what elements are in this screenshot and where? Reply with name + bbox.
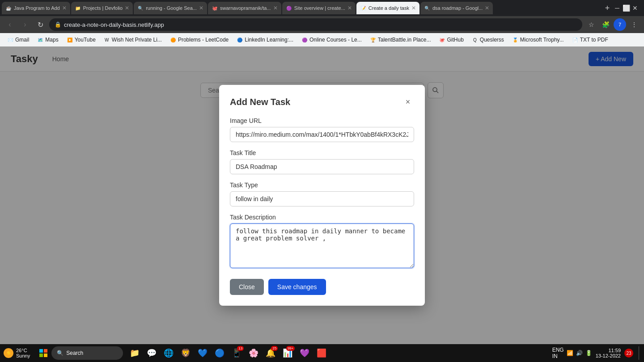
refresh-button[interactable]: ↻ bbox=[34, 18, 47, 31]
bookmark-label: Maps bbox=[45, 37, 58, 43]
search-label: Search bbox=[66, 350, 83, 356]
save-changes-button[interactable]: Save changes bbox=[268, 279, 326, 295]
tab-close-icon[interactable]: ✕ bbox=[62, 5, 67, 11]
taskbar-unknown3-icon[interactable]: 📊99+ bbox=[280, 345, 296, 361]
language-indicator: ENGIN bbox=[552, 347, 564, 359]
tab-tab4[interactable]: 🐙 swarnavopramanik/ta... ✕ bbox=[208, 2, 281, 14]
taskbar-brave-icon[interactable]: 🦁 bbox=[178, 345, 194, 361]
taskbar-unknown1-icon[interactable]: 🌸 bbox=[246, 345, 262, 361]
taskbar-whatsapp-icon[interactable]: 📱13 bbox=[229, 345, 245, 361]
bookmark-linkedin-learning----[interactable]: 🔵 LinkedIn Learning:... bbox=[233, 36, 297, 44]
bookmark-wish-net-private-li---[interactable]: W Wish Net Private Li... bbox=[100, 36, 165, 44]
battery-icon[interactable]: 🔋 bbox=[585, 350, 592, 356]
tab-favicon: 🔍 bbox=[137, 5, 144, 11]
tab-close-icon[interactable]: ✕ bbox=[485, 5, 489, 11]
weather-icon: ☀️ bbox=[4, 348, 13, 358]
date-display: 13-12-2022 bbox=[596, 353, 621, 358]
bookmark-favicon: 🔵 bbox=[237, 37, 243, 43]
tab-close-icon[interactable]: ✕ bbox=[199, 5, 203, 11]
image-url-input[interactable] bbox=[230, 127, 414, 142]
bookmark-label: TXT to PDF bbox=[580, 37, 608, 43]
condition: Sunny bbox=[16, 353, 30, 358]
menu-button[interactable]: ⋮ bbox=[628, 18, 640, 31]
tab-favicon: 📝 bbox=[360, 5, 366, 11]
search-icon: 🔍 bbox=[57, 350, 64, 356]
tab-title: Projects | Devfolio bbox=[83, 5, 123, 11]
back-button[interactable]: ‹ bbox=[4, 18, 16, 31]
taskbar-messenger-icon[interactable]: 💬 bbox=[144, 345, 160, 361]
bookmark-online-courses---le---[interactable]: 🟣 Online Courses - Le... bbox=[298, 36, 365, 44]
bookmark-label: Wish Net Private Li... bbox=[112, 37, 162, 43]
bookmark-favicon: W bbox=[104, 37, 110, 43]
tab-tab1[interactable]: ☕ Java Program to Add ✕ bbox=[2, 2, 70, 14]
close-button[interactable]: Close bbox=[230, 279, 264, 295]
tab-tab2[interactable]: 📁 Projects | Devfolio ✕ bbox=[71, 2, 133, 14]
tab-close-icon[interactable]: ✕ bbox=[411, 5, 416, 11]
tab-title: Create a daily task bbox=[369, 5, 409, 11]
image-url-group: Image URL bbox=[230, 117, 414, 142]
new-tab-button[interactable]: + bbox=[601, 2, 614, 14]
windows-logo bbox=[39, 349, 47, 357]
tab-title: dsa roadmap - Googl... bbox=[432, 5, 483, 11]
bookmark-queslerss[interactable]: Q Queslerss bbox=[468, 36, 508, 44]
tab-close-icon[interactable]: ✕ bbox=[273, 5, 278, 11]
bookmark-maps[interactable]: 🗺️ Maps bbox=[34, 36, 62, 44]
tab-favicon: ☕ bbox=[5, 5, 12, 11]
bookmark-problems---leetcode[interactable]: 🟠 Problems - LeetCode bbox=[166, 36, 232, 44]
modal-overlay[interactable]: Add New Task × Image URL Task Title Task… bbox=[0, 46, 644, 344]
bookmark-label: Problems - LeetCode bbox=[178, 37, 229, 43]
tab-tab7[interactable]: 🔍 dsa roadmap - Googl... ✕ bbox=[420, 2, 493, 14]
taskbar-office-icon[interactable]: 🟥 bbox=[314, 345, 330, 361]
bookmark-github[interactable]: 🐙 GitHub bbox=[435, 36, 467, 44]
close-button[interactable]: ✕ bbox=[631, 4, 639, 12]
tab-favicon: 🔍 bbox=[424, 5, 430, 11]
bookmark-txt-to-pdf[interactable]: 📄 TXT to PDF bbox=[568, 36, 612, 44]
tab-tab6[interactable]: 📝 Create a daily task ✕ bbox=[356, 2, 419, 14]
forward-button[interactable]: › bbox=[19, 18, 31, 31]
address-actions: ☆ 🧩 7 ⋮ bbox=[585, 18, 640, 31]
url-bar[interactable]: 🔒 create-a-note-on-daily-basis.netlify.a… bbox=[49, 18, 582, 31]
modal-close-button[interactable]: × bbox=[402, 96, 414, 108]
bookmark-youtube[interactable]: ▶️ YouTube bbox=[63, 36, 99, 44]
taskbar-chrome-icon[interactable]: 🔵 bbox=[212, 345, 228, 361]
minimize-button[interactable]: ─ bbox=[614, 4, 621, 12]
bookmark-gmail[interactable]: ✉️ Gmail bbox=[4, 36, 33, 44]
taskbar-file-manager-icon[interactable]: 📁 bbox=[127, 345, 143, 361]
modal-header: Add New Task × bbox=[230, 96, 414, 108]
speaker-icon[interactable]: 🔊 bbox=[576, 350, 583, 356]
task-desc-group: Task Description bbox=[230, 214, 414, 270]
bookmark-favicon: 🏅 bbox=[512, 37, 518, 43]
bookmark-label: Microsoft Trophy... bbox=[520, 37, 564, 43]
task-title-input[interactable] bbox=[230, 159, 414, 174]
temperature: 26°C bbox=[16, 348, 30, 353]
start-button[interactable] bbox=[35, 345, 51, 361]
task-type-input[interactable] bbox=[230, 191, 414, 206]
notification-count[interactable]: 23 bbox=[624, 349, 633, 358]
extensions[interactable]: 🧩 bbox=[599, 18, 612, 31]
tab-close-icon[interactable]: ✕ bbox=[347, 5, 352, 11]
modal-title: Add New Task bbox=[230, 97, 290, 107]
tab-tab5[interactable]: 🟣 Site overview | create... ✕ bbox=[282, 2, 356, 14]
tab-title: Java Program to Add bbox=[14, 5, 60, 11]
tab-title: Site overview | create... bbox=[294, 5, 345, 11]
task-desc-textarea[interactable] bbox=[230, 223, 414, 268]
window-controls: ─ ⬜ ✕ bbox=[614, 4, 642, 12]
task-desc-label: Task Description bbox=[230, 214, 414, 221]
show-desktop-button[interactable] bbox=[639, 346, 640, 360]
bookmark-label: YouTube bbox=[75, 37, 96, 43]
bookmark-label: LinkedIn Learning:... bbox=[245, 37, 293, 43]
profile-avatar[interactable]: 7 bbox=[614, 18, 626, 31]
taskbar-unknown2-icon[interactable]: 🔔25 bbox=[263, 345, 279, 361]
bookmark-talentbattle-in-place---[interactable]: 🏆 TalentBattle.in Place... bbox=[366, 36, 435, 44]
url-text: create-a-note-on-daily-basis.netlify.app bbox=[64, 21, 577, 28]
restore-button[interactable]: ⬜ bbox=[623, 4, 630, 12]
bookmark-microsoft-trophy---[interactable]: 🏅 Microsoft Trophy... bbox=[508, 36, 568, 44]
wifi-icon[interactable]: 📶 bbox=[567, 350, 573, 356]
taskbar-edge-icon[interactable]: 🌐 bbox=[161, 345, 177, 361]
taskbar-vs-code-icon[interactable]: 💙 bbox=[195, 345, 211, 361]
tab-tab3[interactable]: 🔍 running - Google Sea... ✕ bbox=[134, 2, 207, 14]
tab-close-icon[interactable]: ✕ bbox=[125, 5, 129, 11]
taskbar-teams-icon[interactable]: 💜 bbox=[297, 345, 313, 361]
bookmark-star[interactable]: ☆ bbox=[585, 18, 597, 31]
taskbar-search[interactable]: 🔍 Search bbox=[51, 346, 123, 360]
